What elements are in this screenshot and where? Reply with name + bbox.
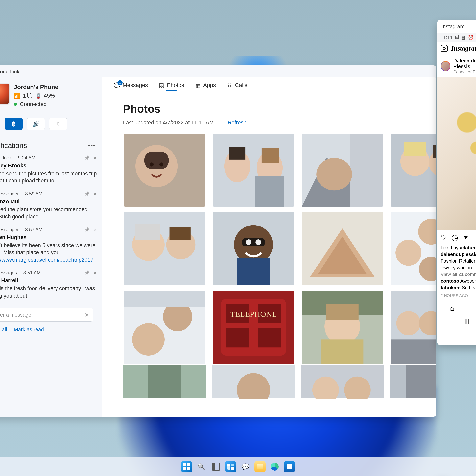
view-comments[interactable]: View all 21 comments xyxy=(441,272,476,277)
file-explorer-button[interactable] xyxy=(255,461,266,472)
svg-rect-16 xyxy=(404,142,426,156)
status-cast-icon: ▦ xyxy=(461,35,466,40)
task-view-button[interactable] xyxy=(210,461,221,472)
photo-thumbnail[interactable] xyxy=(212,364,295,399)
notification-item[interactable]: Messenger 8:59 AM Lorenzo Mui I visited … xyxy=(0,188,99,224)
phone-link-sidebar: Jordan's Phone 📶 ıll 🪫 45% Connected ⊝ ฿… xyxy=(0,77,102,416)
notification-time: 8:59 AM xyxy=(25,191,43,197)
photo-thumbnail[interactable] xyxy=(123,291,206,364)
post-author[interactable]: Daleen du Plessis School of Fine Art xyxy=(437,55,476,77)
taskbar-search[interactable] xyxy=(196,461,207,472)
dnd-toggle[interactable]: ⊝ xyxy=(0,118,0,130)
comment-user[interactable]: fabrikam xyxy=(441,285,460,290)
pin-icon[interactable] xyxy=(84,227,90,232)
tab-apps[interactable]: ▦ Apps xyxy=(195,82,216,90)
caption-user[interactable]: daleenduplessis xyxy=(441,252,476,257)
status-dot-icon xyxy=(14,102,17,106)
calls-tab-icon: ⁝⁝ xyxy=(227,83,232,88)
messages-badge: 1 xyxy=(118,80,122,85)
comment-icon[interactable] xyxy=(451,233,458,241)
notifications-more-icon[interactable]: ••• xyxy=(88,142,96,149)
chat-button[interactable] xyxy=(240,461,251,472)
svg-point-28 xyxy=(246,239,252,245)
author-name: Daleen du Plessis xyxy=(453,58,476,69)
notification-sender: Wesley Brooks xyxy=(0,163,97,169)
photo-thumbnail[interactable] xyxy=(301,291,384,364)
photo-thumbnail[interactable] xyxy=(390,212,436,285)
dismiss-icon[interactable] xyxy=(93,155,97,161)
svg-rect-2 xyxy=(144,152,169,169)
photo-thumbnail[interactable] xyxy=(390,291,436,364)
phone-card[interactable]: Jordan's Phone 📶 ıll 🪫 45% Connected xyxy=(0,81,99,112)
share-icon[interactable] xyxy=(463,233,468,241)
recents-icon[interactable]: ||| xyxy=(464,318,469,325)
photo-thumbnail[interactable] xyxy=(123,212,206,285)
notification-item[interactable]: Outlook 9:24 AM Wesley Brooks Please sen… xyxy=(0,152,99,188)
battery-icon: 🪫 xyxy=(35,92,42,99)
bluetooth-toggle[interactable]: ฿ xyxy=(5,118,23,130)
photo-thumbnail[interactable] xyxy=(301,364,384,399)
dismiss-icon[interactable] xyxy=(93,270,97,275)
send-icon[interactable]: ➤ xyxy=(85,312,89,318)
notification-item[interactable]: Messages 8:51 AM Nola Harrell This is th… xyxy=(0,267,99,303)
photo-thumbnail[interactable] xyxy=(390,134,436,207)
svg-rect-45 xyxy=(258,328,281,347)
pin-icon[interactable] xyxy=(84,191,90,197)
photo-thumbnail[interactable] xyxy=(212,212,295,285)
home-icon[interactable] xyxy=(450,304,454,312)
tab-calls[interactable]: ⁝⁝ Calls xyxy=(227,82,247,90)
notification-body: I visited the plant store you recommende… xyxy=(0,206,97,220)
volume-toggle[interactable]: 🔊 xyxy=(27,118,45,130)
notification-time: 9:24 AM xyxy=(18,155,35,161)
clear-all-button[interactable]: Clear all xyxy=(0,326,7,333)
camera-icon[interactable] xyxy=(441,45,448,52)
window-title: Phone Link xyxy=(0,66,436,77)
tab-label: Calls xyxy=(235,82,247,88)
comment-text: Awesome xyxy=(459,278,476,284)
like-icon[interactable] xyxy=(441,233,447,241)
tab-label: Messages xyxy=(122,82,148,88)
photo-thumbnail[interactable] xyxy=(301,212,384,285)
refresh-button[interactable]: Refresh xyxy=(228,119,247,126)
notification-link[interactable]: http://www.margiestravel.com/beachtrip20… xyxy=(0,257,93,263)
apps-tab-icon: ▦ xyxy=(195,83,201,88)
photo-thumbnail[interactable] xyxy=(123,364,206,399)
widgets-button[interactable] xyxy=(225,461,236,472)
instagram-bottom-nav: ◯ xyxy=(437,301,476,316)
edge-button[interactable] xyxy=(269,461,280,472)
tab-messages[interactable]: 💬 1 Messages xyxy=(114,82,148,90)
phone-wallpaper-thumb xyxy=(0,84,9,103)
comment-user[interactable]: contoso xyxy=(441,278,459,284)
liked-by-user[interactable]: adatum xyxy=(460,245,476,250)
store-button[interactable] xyxy=(284,461,295,472)
story-ring-avatar[interactable] xyxy=(441,61,450,71)
quick-toggles: ⊝ ฿ 🔊 ♫ xyxy=(0,112,99,136)
notification-app: Messages xyxy=(0,270,17,275)
photo-grid: TELEPHONE xyxy=(102,126,436,364)
phone-name: Jordan's Phone xyxy=(14,84,58,90)
mark-read-button[interactable]: Mark as read xyxy=(14,326,44,333)
photo-thumbnail[interactable] xyxy=(212,134,295,207)
music-toggle[interactable]: ♫ xyxy=(49,118,67,130)
tab-photos[interactable]: 🖼 Photos xyxy=(159,82,184,90)
message-input[interactable]: Enter a message ➤ xyxy=(0,308,93,322)
phone-link-window: Phone Link Jordan's Phone 📶 ıll 🪫 45% Co… xyxy=(0,66,436,416)
tab-bar: 💬 1 Messages 🖼 Photos ▦ Apps ⁝⁝ Calls xyxy=(102,77,436,94)
signal-icon: ıll xyxy=(23,92,33,99)
dismiss-icon[interactable] xyxy=(93,227,97,232)
photo-thumbnail[interactable] xyxy=(390,364,436,399)
dismiss-icon[interactable] xyxy=(93,191,97,197)
svg-point-29 xyxy=(255,239,261,245)
taskbar xyxy=(0,457,476,476)
photo-thumbnail[interactable] xyxy=(301,134,384,207)
post-image[interactable] xyxy=(437,77,476,230)
pin-icon[interactable] xyxy=(84,155,90,161)
photo-thumbnail[interactable]: TELEPHONE xyxy=(212,291,295,364)
notification-sender: Nola Harrell xyxy=(0,277,97,284)
start-button[interactable] xyxy=(181,461,192,472)
notification-time: 8:51 AM xyxy=(23,270,41,275)
pin-icon[interactable] xyxy=(84,270,90,275)
notification-item[interactable]: Messenger 8:57 AM Shawn Hughes I can't b… xyxy=(0,224,99,267)
svg-rect-23 xyxy=(170,227,191,240)
photo-thumbnail[interactable] xyxy=(123,134,206,207)
